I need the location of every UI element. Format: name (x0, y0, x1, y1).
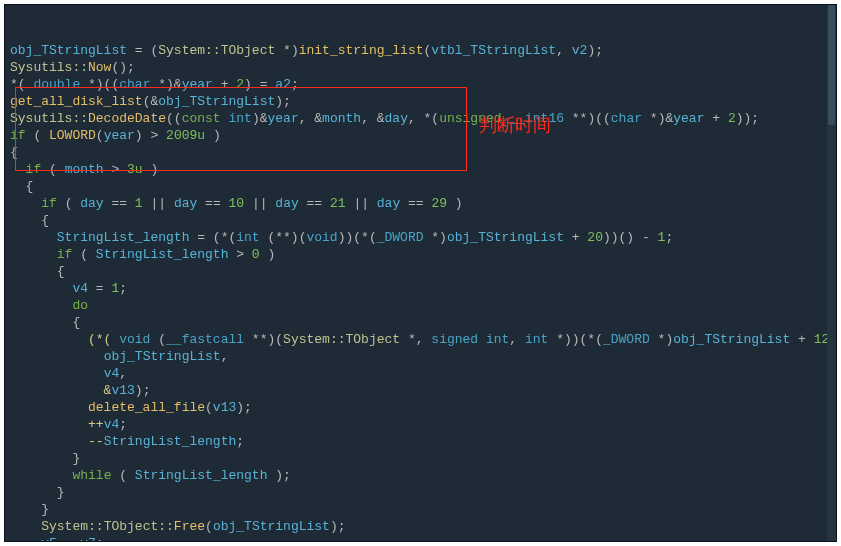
code-token: ; (119, 417, 127, 432)
code-token: ( (26, 128, 49, 143)
code-line: obj_TStringList = (System::TObject *)ini… (10, 42, 831, 59)
code-token: & (10, 383, 111, 398)
code-token: *) (424, 230, 447, 245)
code-token: StringList_length (96, 247, 229, 262)
code-token: v13 (111, 383, 134, 398)
code-token: ; (291, 77, 299, 92)
code-token: System::TObject:: (41, 519, 174, 534)
code-token: LOWORD (49, 128, 96, 143)
code-token: ; (96, 536, 104, 542)
code-token: v5 (41, 536, 57, 542)
code-token: ; (119, 281, 127, 296)
code-token: *))(*( (548, 332, 603, 347)
code-line: &v13); (10, 382, 831, 399)
code-line: if ( day == 1 || day == 10 || day == 21 … (10, 195, 831, 212)
code-token: *) (275, 43, 298, 58)
code-token: year (182, 77, 213, 92)
code-line: delete_all_file(v13); (10, 399, 831, 416)
code-token: __int16 (509, 111, 564, 126)
code-token: System::TObject (158, 43, 275, 58)
code-token: **)( (244, 332, 283, 347)
code-token: ); (587, 43, 603, 58)
code-token: _DWORD (603, 332, 650, 347)
code-token: ( (96, 128, 104, 143)
code-token (10, 315, 72, 330)
code-token: { (41, 213, 49, 228)
code-token: ) (143, 162, 159, 177)
code-token: , & (299, 111, 322, 126)
scrollbar-thumb[interactable] (828, 5, 835, 125)
code-token: 10 (229, 196, 245, 211)
code-token: ) = (244, 77, 275, 92)
code-token: if (41, 196, 57, 211)
code-token: , (556, 43, 572, 58)
code-token (10, 247, 57, 262)
code-token: 2 (728, 111, 736, 126)
code-token: char (611, 111, 642, 126)
code-token: v7 (80, 536, 96, 542)
code-token (10, 451, 72, 466)
code-token: init_string_list (299, 43, 424, 58)
code-token: day (275, 196, 298, 211)
code-token (10, 349, 104, 364)
code-token: year (673, 111, 704, 126)
code-token: 0 (252, 247, 260, 262)
code-token: year (267, 111, 298, 126)
code-line: { (10, 263, 831, 280)
code-token (10, 400, 88, 415)
code-token (10, 230, 57, 245)
code-token (10, 366, 104, 381)
code-token (10, 502, 41, 517)
code-token: ) (447, 196, 463, 211)
code-token: + (213, 77, 236, 92)
code-token: month (322, 111, 361, 126)
code-line: Sysutils::Now(); (10, 59, 831, 76)
code-token: obj_TStringList (447, 230, 564, 245)
code-token: ( (205, 400, 213, 415)
code-token: = (57, 536, 80, 542)
code-token: StringList_length (57, 230, 190, 245)
code-token (10, 281, 72, 296)
code-line: } (10, 501, 831, 518)
code-token: || (143, 196, 174, 211)
code-token (10, 179, 26, 194)
code-token: day (174, 196, 197, 211)
code-token: Sysutils:: (10, 111, 88, 126)
code-token: ( (41, 162, 64, 177)
code-token: ))(*( (338, 230, 377, 245)
code-token: , (509, 332, 525, 347)
code-token: Now (88, 60, 111, 75)
code-token: == (104, 196, 135, 211)
code-token: day (385, 111, 408, 126)
code-token: obj_TStringList (673, 332, 790, 347)
code-token: v4 (104, 417, 120, 432)
code-line: { (10, 314, 831, 331)
code-token: ); (330, 519, 346, 534)
code-token: (& (143, 94, 159, 109)
code-token: while (72, 468, 111, 483)
code-line: obj_TStringList, (10, 348, 831, 365)
code-token: } (41, 502, 49, 517)
code-line: v5 = v7; (10, 535, 831, 542)
code-token: = (*( (189, 230, 236, 245)
code-token: ( (111, 468, 134, 483)
code-token: obj_TStringList (213, 519, 330, 534)
code-token (10, 536, 41, 542)
code-editor-pane[interactable]: obj_TStringList = (System::TObject *)ini… (4, 4, 837, 542)
code-token: , (221, 349, 229, 364)
vertical-scrollbar[interactable] (827, 5, 836, 541)
code-token: } (72, 451, 80, 466)
code-token: **)(( (564, 111, 611, 126)
code-token: unsigned (439, 111, 501, 126)
code-token: ); (135, 383, 151, 398)
code-token (10, 485, 57, 500)
code-line: if ( LOWORD(year) > 2009u ) (10, 127, 831, 144)
code-token: + (564, 230, 587, 245)
code-token: + (704, 111, 727, 126)
code-token: Sysutils:: (10, 60, 88, 75)
code-token: == (197, 196, 228, 211)
code-line: { (10, 144, 831, 161)
code-token: System::TObject (283, 332, 400, 347)
code-line: } (10, 484, 831, 501)
code-token: if (10, 128, 26, 143)
